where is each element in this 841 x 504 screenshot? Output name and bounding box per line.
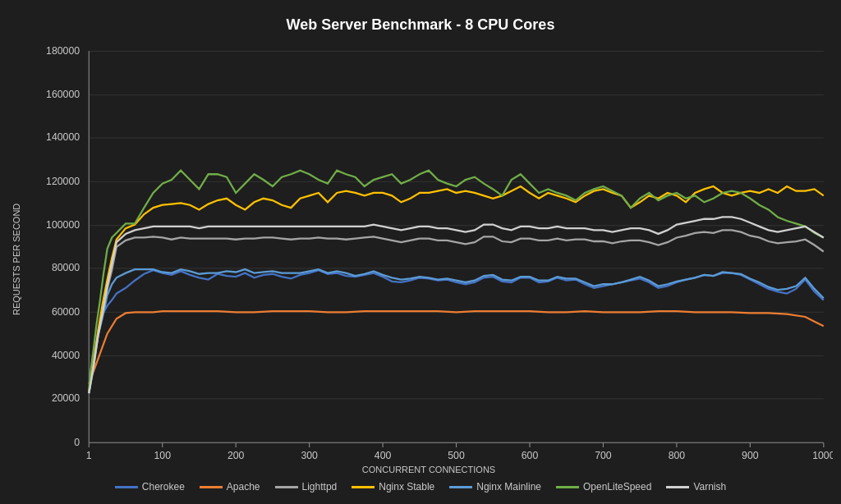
svg-text:700: 700 (595, 450, 612, 461)
openlitespeed-legend-label: OpenLiteSpeed (583, 481, 651, 493)
svg-text:20000: 20000 (52, 392, 80, 404)
chart-title: Web Server Benchmark - 8 CPU Cores (287, 16, 555, 34)
chart-svg: 0 20000 40000 60000 80000 100000 120000 … (25, 42, 833, 461)
legend-item-lighttpd: Lighttpd (275, 481, 338, 493)
svg-text:60000: 60000 (52, 306, 80, 318)
y-axis-label: REQUESTS PER SECOND (8, 42, 25, 476)
nginx-stable-legend-label: Nginx Stable (379, 481, 434, 493)
svg-text:0: 0 (74, 437, 80, 448)
svg-text:800: 800 (669, 450, 686, 461)
cherokee-legend-line (115, 486, 138, 488)
legend-item-cherokee: Cherokee (115, 481, 185, 493)
svg-text:140000: 140000 (46, 131, 80, 143)
apache-legend-label: Apache (227, 481, 260, 493)
svg-text:120000: 120000 (46, 176, 80, 187)
svg-text:500: 500 (448, 450, 465, 461)
svg-rect-0 (25, 42, 833, 461)
legend-item-apache: Apache (200, 481, 260, 493)
svg-text:1000: 1000 (812, 450, 833, 461)
legend-item-nginx-stable: Nginx Stable (352, 481, 434, 493)
svg-text:300: 300 (301, 450, 318, 461)
chart-inner: 0 20000 40000 60000 80000 100000 120000 … (25, 42, 833, 476)
svg-text:600: 600 (522, 450, 539, 461)
legend-item-varnish: Varnish (666, 481, 726, 493)
legend-item-nginx-mainline: Nginx Mainline (449, 481, 541, 493)
varnish-legend-label: Varnish (693, 481, 726, 493)
nginx-mainline-legend-label: Nginx Mainline (476, 481, 541, 493)
chart-area: REQUESTS PER SECOND (8, 42, 833, 476)
chart-legend: Cherokee Apache Lighttpd Nginx Stable Ng… (115, 476, 726, 496)
varnish-legend-line (666, 486, 689, 488)
svg-text:1: 1 (86, 450, 92, 461)
chart-container: Web Server Benchmark - 8 CPU Cores REQUE… (0, 0, 841, 504)
cherokee-legend-label: Cherokee (142, 481, 185, 493)
svg-text:180000: 180000 (46, 45, 80, 57)
svg-text:100000: 100000 (46, 219, 80, 231)
nginx-mainline-legend-line (449, 486, 472, 488)
x-axis-label: CONCURRENT CONNECTIONS (25, 461, 833, 476)
lighttpd-legend-label: Lighttpd (302, 481, 338, 493)
nginx-stable-legend-line (352, 486, 375, 488)
apache-legend-line (200, 486, 223, 488)
openlitespeed-legend-line (556, 486, 579, 488)
svg-text:400: 400 (375, 450, 392, 461)
svg-text:160000: 160000 (46, 89, 80, 100)
svg-text:80000: 80000 (52, 262, 80, 273)
svg-text:900: 900 (742, 450, 759, 461)
legend-item-openlitespeed: OpenLiteSpeed (556, 481, 651, 493)
svg-text:200: 200 (227, 450, 245, 461)
lighttpd-legend-line (275, 486, 298, 488)
svg-text:40000: 40000 (52, 350, 80, 361)
svg-text:100: 100 (154, 450, 171, 461)
